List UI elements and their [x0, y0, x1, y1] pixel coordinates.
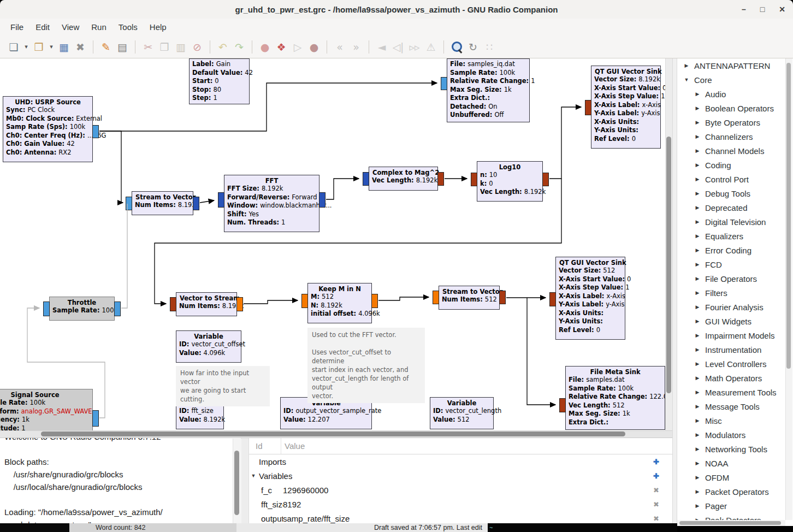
wire-enabled[interactable] [200, 200, 214, 203]
expand-triangle-icon[interactable]: ▶ [694, 148, 701, 153]
category-misc[interactable]: ▶Misc [677, 413, 793, 428]
remove-icon[interactable]: ✖ [653, 500, 659, 509]
port-in[interactable] [218, 192, 224, 208]
add-icon[interactable]: ✚ [653, 458, 659, 466]
category-fourier-analysis[interactable]: ▶Fourier Analysis [677, 300, 793, 314]
category-gui-widgets[interactable]: ▶GUI Widgets [677, 314, 793, 328]
wire-enabled[interactable] [244, 300, 298, 304]
expand-triangle-icon[interactable]: ▶ [694, 361, 701, 367]
expand-triangle-icon[interactable]: ▶ [694, 176, 701, 182]
port-out[interactable] [499, 291, 506, 304]
category-file-operators[interactable]: ▶File Operators [677, 271, 793, 286]
port-in[interactable] [301, 294, 308, 308]
flowgraph-errors-icon[interactable]: ❖ [273, 39, 289, 55]
expand-triangle-icon[interactable]: ▶ [694, 375, 701, 381]
variable-id[interactable]: fft_size [261, 500, 283, 509]
category-channelizers[interactable]: ▶Channelizers [677, 129, 793, 144]
port-out[interactable] [319, 192, 326, 208]
expand-triangle-icon[interactable]: ▶ [694, 134, 701, 139]
expand-triangle-icon[interactable]: ▶ [694, 290, 701, 295]
block-qtgui-range[interactable]: Label: GainDefault Value: 42Start: 0Stop… [189, 58, 250, 104]
category-core[interactable]: ▼Core [677, 73, 793, 87]
group-row-variables[interactable]: ▼Variables✚ [249, 469, 672, 483]
minimize-icon[interactable]: – [742, 5, 746, 14]
category-channel-models[interactable]: ▶Channel Models [677, 144, 793, 158]
port-out[interactable] [236, 297, 243, 311]
category-byte-operators[interactable]: ▶Byte Operators [677, 115, 793, 129]
expand-triangle-icon[interactable]: ▶ [694, 162, 701, 168]
wire-enabled[interactable] [326, 179, 359, 199]
variable-row-fft-size[interactable]: fft_size8192✖ [249, 497, 672, 511]
expand-triangle-icon[interactable]: ▶ [694, 404, 701, 409]
category-impairment-models[interactable]: ▶Impairment Models [677, 328, 793, 342]
block-qtgui-vector-sink-0[interactable]: QT GUI Vector SinkVector Size: 8.192kX-A… [591, 66, 661, 149]
block-uhd-usrp-source[interactable]: UHD: USRP SourceSync: PC ClockMb0: Clock… [3, 96, 93, 162]
record-icon[interactable]: ● [306, 39, 322, 55]
block-keep-m-in-n[interactable]: Keep M in NM: 512N: 8.192kinitial offset… [307, 283, 372, 323]
block-stream-to-vector-1[interactable]: Stream to VectorNum Items: 512 [439, 286, 500, 310]
category-filters[interactable]: ▶Filters [677, 286, 793, 300]
expand-triangle-icon[interactable]: ▶ [694, 489, 701, 494]
comment-note[interactable]: Used to cut the FFT vector. Uses vector_… [307, 328, 425, 403]
undo-icon[interactable]: ↶ [215, 39, 231, 55]
category-deprecated[interactable]: ▶Deprecated [677, 200, 793, 215]
wire-enabled[interactable] [99, 83, 437, 131]
expand-triangle-icon[interactable]: ▶ [694, 446, 701, 452]
port-in[interactable] [126, 197, 132, 210]
copy-icon[interactable]: ❐ [156, 39, 173, 55]
expand-triangle-icon[interactable]: ▶ [694, 105, 701, 111]
cut-icon[interactable]: ✂ [140, 39, 156, 55]
port-in[interactable] [170, 297, 176, 311]
block-fft[interactable]: FFTFFT Size: 8.192kForward/Reverse: Forw… [224, 175, 319, 232]
expand-triangle-icon[interactable]: ▶ [694, 91, 701, 97]
expand-triangle-icon[interactable]: ▶ [694, 120, 701, 125]
reconnect-icon[interactable]: ◁| [390, 39, 406, 55]
category-ofdm[interactable]: ▶OFDM [677, 470, 793, 484]
port-in[interactable] [549, 292, 556, 306]
expand-triangle-icon[interactable]: ▶ [694, 262, 701, 267]
paste-icon[interactable]: ▥ [173, 39, 189, 55]
variable-id[interactable]: f_c [261, 486, 283, 495]
save-icon[interactable]: ▦ [56, 39, 72, 55]
category-audio[interactable]: ▶Audio [677, 87, 793, 101]
port-in[interactable] [363, 172, 369, 186]
port-in[interactable] [559, 398, 566, 412]
category-control-port[interactable]: ▶Control Port [677, 172, 793, 186]
block-variable-vector-cut-length[interactable]: VariableID: vector_cut_lengthValue: 512 [430, 397, 494, 429]
category-pager[interactable]: ▶Pager [677, 499, 793, 513]
flowgraph-canvas[interactable]: Label: GainDefault Value: 42Start: 0Stop… [0, 58, 665, 430]
canvas-vertical-scrollbar-thumb[interactable] [666, 137, 671, 393]
forward-icon[interactable]: » [348, 39, 364, 55]
category-modulators[interactable]: ▶Modulators [677, 428, 793, 442]
category-digital-television[interactable]: ▶Digital Television [677, 215, 793, 229]
block-qtgui-vector-sink-1[interactable]: QT GUI Vector SinkVector Size: 512X-Axis… [555, 257, 625, 340]
console-vertical-scrollbar-thumb[interactable] [234, 451, 239, 515]
category-measurement-tools[interactable]: ▶Measurement Tools [677, 385, 793, 399]
port-in[interactable] [441, 77, 447, 90]
print-icon[interactable]: ▤ [114, 39, 131, 55]
expand-triangle-icon[interactable]: ▶ [694, 304, 701, 310]
wire-enabled[interactable] [527, 298, 555, 405]
block-throttle[interactable]: ThrottleSample Rate: 100k [49, 297, 115, 321]
delete-icon[interactable]: ⊘ [189, 39, 205, 55]
category-boolean-operators[interactable]: ▶Boolean Operators [677, 101, 793, 115]
port-out[interactable] [114, 302, 121, 316]
category-fcd[interactable]: ▶FCD [677, 257, 793, 271]
category-antennapattern[interactable]: ▶ANTENNAPATTERN [677, 58, 793, 73]
canvas-sidebar-splitter[interactable] [672, 58, 677, 532]
wire-enabled[interactable] [378, 297, 429, 300]
search-icon[interactable] [448, 39, 465, 55]
expand-triangle-icon[interactable]: ▶ [694, 460, 701, 466]
port-in[interactable] [43, 302, 50, 316]
expand-triangle-icon[interactable]: ▶ [694, 389, 701, 395]
expand-triangle-icon[interactable]: ▶ [694, 347, 701, 352]
block-signal-source[interactable]: Signal SourceSample Rate: 100kWaveform: … [0, 389, 93, 430]
block-file-meta-sink[interactable]: File Meta SinkFile: samples.datSample Ra… [565, 366, 665, 430]
block-stream-to-vector-0[interactable]: Stream to VectorNum Items: 8.192k [132, 191, 193, 215]
sidebar-horizontal-scrollbar-thumb[interactable] [679, 521, 781, 525]
port-out[interactable] [437, 172, 444, 186]
open-file-caret-icon[interactable]: ▾ [47, 39, 56, 55]
edit-properties-icon[interactable]: ✎ [98, 39, 114, 55]
play-icon[interactable]: ▷ [289, 39, 306, 55]
port-out[interactable] [92, 410, 99, 427]
